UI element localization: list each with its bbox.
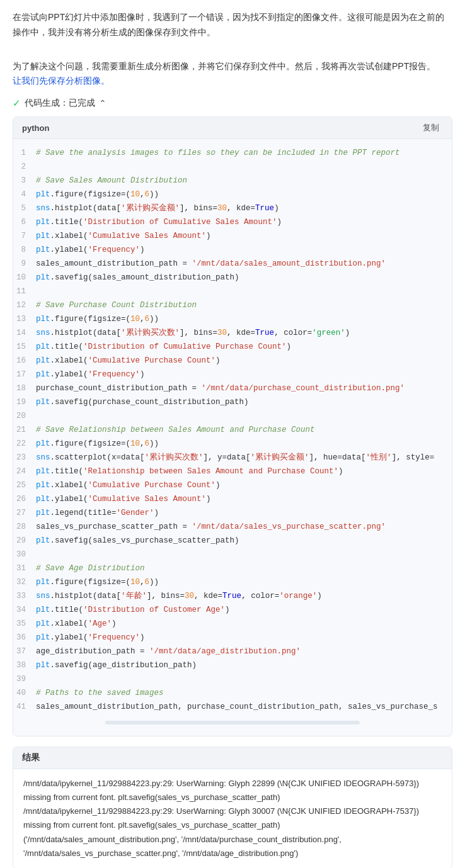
code-line: 3 # Save Sales Amount Distribution — [13, 174, 452, 188]
code-line: 36 plt.ylabel('Frequency') — [13, 631, 452, 645]
code-body: 1 # Save the analysis images to files so… — [13, 139, 452, 736]
code-line: 25 plt.xlabel('Cumulative Purchase Count… — [13, 479, 452, 493]
results-section: 结果 /mnt/data/ipykernel_11/929884223.py:2… — [13, 747, 452, 868]
code-line: 1 # Save the analysis images to files so… — [13, 147, 452, 161]
code-line: 17 plt.ylabel('Frequency') — [13, 368, 452, 382]
result-line: ('/mnt/data/sales_amount_distribution.pn… — [23, 833, 442, 847]
code-line: 41 sales_amount_distribution_path, purch… — [13, 701, 452, 714]
code-line: 13 plt.figure(figsize=(10,6)) — [13, 313, 452, 327]
code-line: 29 plt.savefig(sales_vs_purchase_scatter… — [13, 534, 452, 548]
code-line: 10 plt.savefig(sales_amount_distribution… — [13, 271, 452, 285]
chevron-icon: ⌃ — [99, 98, 106, 108]
main-content: 在尝试向PPT幻灯片中添加图像时，我遇到了一个错误，因为找不到指定的图像文件。这… — [0, 0, 465, 868]
code-line: 26 plt.ylabel('Cumulative Sales Amount') — [13, 493, 452, 507]
code-line: 14 sns.histplot(data['累计购买次数'], bins=30,… — [13, 327, 452, 341]
code-line: 31 # Save Age Distribution — [13, 562, 452, 576]
result-line: /mnt/data/ipykernel_11/929884223.py:29: … — [23, 777, 442, 804]
code-line: 20 — [13, 410, 452, 424]
code-line: 35 plt.xlabel('Age') — [13, 617, 452, 631]
code-line: 34 plt.title('Distribution of Customer A… — [13, 604, 452, 617]
copy-button[interactable]: 复制 — [419, 121, 443, 135]
horizontal-scrollbar[interactable] — [105, 721, 359, 724]
result-line: /mnt/data/ipykernel_11/929884223.py:29: … — [23, 804, 442, 832]
code-line: 32 plt.figure(figsize=(10,6)) — [13, 576, 452, 590]
code-line: 8 plt.ylabel('Frequency') — [13, 244, 452, 257]
code-line: 38 plt.savefig(age_distribution_path) — [13, 659, 452, 673]
code-line: 28 sales_vs_purchase_scatter_path = '/mn… — [13, 521, 452, 534]
result-line: '/mnt/data/sales_vs_purchase_scatter.png… — [23, 847, 442, 860]
code-line: 2 — [13, 161, 452, 174]
code-line: 12 # Save Purchase Count Distribution — [13, 299, 452, 313]
results-body: /mnt/data/ipykernel_11/929884223.py:29: … — [13, 769, 452, 868]
code-line: 15 plt.title('Distribution of Cumulative… — [13, 341, 452, 354]
code-line: 19 plt.savefig(purchase_count_distributi… — [13, 396, 452, 410]
code-language-label: python — [22, 123, 49, 133]
status-text: 代码生成：已完成 — [25, 98, 95, 109]
status-line: ✓ 代码生成：已完成 ⌃ — [13, 98, 452, 109]
code-block-wrapper: python 复制 1 # Save the analysis images t… — [13, 116, 452, 736]
code-line: 23 sns.scatterplot(x=data['累计购买次数'], y=d… — [13, 451, 452, 465]
code-line: 5 sns.histplot(data['累计购买金额'], bins=30, … — [13, 202, 452, 216]
code-line: 30 — [13, 548, 452, 562]
code-line: 7 plt.xlabel('Cumulative Sales Amount') — [13, 230, 452, 244]
code-line: 6 plt.title('Distribution of Cumulative … — [13, 216, 452, 230]
scrollbar-area[interactable] — [13, 714, 452, 728]
code-line: 11 — [13, 285, 452, 299]
check-icon: ✓ — [13, 98, 21, 109]
code-line: 39 — [13, 673, 452, 687]
code-line: 33 sns.histplot(data['年龄'], bins=30, kde… — [13, 590, 452, 604]
code-line: 4 plt.figure(figsize=(10,6)) — [13, 188, 452, 202]
code-line: 37 age_distribution_path = '/mnt/data/ag… — [13, 645, 452, 659]
code-line: 18 purchase_count_distribution_path = '/… — [13, 382, 452, 396]
code-line: 22 plt.figure(figsize=(10,6)) — [13, 437, 452, 451]
code-line: 27 plt.legend(title='Gender') — [13, 507, 452, 521]
intro-paragraph-2: 为了解决这个问题，我需要重新生成分析图像，并将它们保存到文件中。然后，我将再次尝… — [13, 59, 452, 89]
code-header: python 复制 — [13, 117, 452, 139]
code-line: 21 # Save Relationship between Sales Amo… — [13, 424, 452, 437]
code-line: 16 plt.xlabel('Cumulative Purchase Count… — [13, 354, 452, 368]
code-line: 24 plt.title('Relationship between Sales… — [13, 465, 452, 479]
intro-paragraph-1: 在尝试向PPT幻灯片中添加图像时，我遇到了一个错误，因为找不到指定的图像文件。这… — [13, 10, 452, 40]
code-line: 40 # Paths to the saved images — [13, 687, 452, 701]
code-line: 9 sales_amount_distribution_path = '/mnt… — [13, 257, 452, 271]
results-header: 结果 — [13, 747, 452, 769]
